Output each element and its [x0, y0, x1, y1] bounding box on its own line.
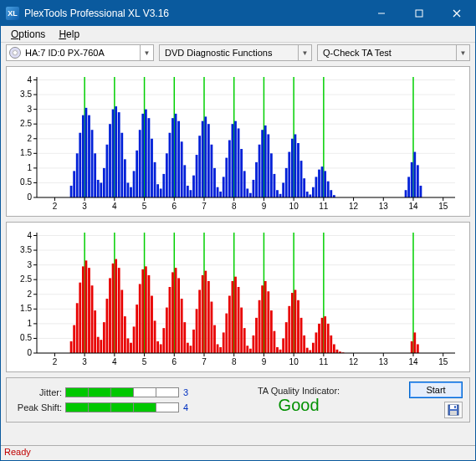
svg-rect-116 [211, 145, 213, 197]
svg-rect-293 [255, 318, 258, 353]
svg-rect-73 [82, 115, 84, 197]
svg-rect-242 [103, 322, 105, 353]
svg-rect-110 [192, 176, 195, 197]
svg-rect-283 [225, 314, 228, 353]
svg-rect-273 [196, 309, 198, 353]
maximize-button[interactable] [400, 1, 438, 26]
svg-rect-272 [192, 330, 195, 353]
svg-rect-286 [234, 277, 237, 353]
save-button[interactable] [444, 402, 463, 418]
svg-text:11: 11 [319, 357, 329, 366]
svg-rect-252 [133, 326, 136, 353]
svg-text:1.5: 1.5 [20, 304, 32, 313]
peakshift-label: Peak Shift: [13, 402, 62, 412]
svg-text:2.5: 2.5 [20, 119, 32, 128]
svg-rect-247 [118, 268, 120, 353]
svg-rect-126 [240, 149, 243, 197]
jitter-value: 3 [183, 387, 188, 397]
svg-rect-306 [294, 289, 297, 353]
svg-rect-236 [85, 260, 88, 353]
svg-rect-231 [70, 341, 73, 353]
menu-options[interactable]: Options [4, 27, 52, 42]
svg-text:6: 6 [172, 202, 177, 211]
svg-rect-331 [450, 411, 457, 415]
svg-text:2: 2 [27, 289, 32, 299]
svg-rect-91 [136, 151, 138, 197]
svg-rect-103 [171, 118, 174, 197]
results-panel: Jitter: 3 Peak Shift: 4 TA Quality Indic… [6, 377, 470, 423]
chart-lower-box: 00.511.522.533.5423456789101112131415 [6, 222, 470, 372]
svg-rect-243 [106, 299, 109, 353]
svg-rect-290 [246, 346, 248, 353]
function-category-select[interactable]: DVD Diagnostic Functions ▼ [159, 44, 312, 61]
svg-rect-299 [274, 331, 276, 353]
peakshift-value: 4 [183, 402, 188, 412]
peakshift-bar [65, 402, 178, 412]
function-category-label: DVD Diagnostic Functions [165, 48, 298, 58]
app-icon: XL [6, 7, 19, 20]
svg-rect-268 [181, 299, 183, 353]
svg-rect-292 [253, 336, 255, 353]
close-button[interactable] [438, 1, 475, 26]
svg-rect-298 [270, 310, 273, 353]
svg-rect-301 [279, 350, 282, 353]
segment [133, 402, 156, 412]
svg-rect-113 [202, 121, 204, 197]
svg-rect-234 [79, 283, 81, 353]
svg-rect-238 [91, 285, 94, 353]
svg-text:6: 6 [172, 357, 177, 366]
svg-text:13: 13 [379, 202, 389, 211]
svg-text:3: 3 [82, 357, 87, 366]
svg-rect-104 [175, 114, 177, 197]
device-select[interactable]: HA:7 ID:0 PX-760A ▼ [6, 44, 154, 61]
svg-rect-317 [327, 324, 330, 353]
svg-rect-253 [136, 305, 138, 353]
svg-rect-271 [190, 346, 192, 353]
svg-rect-154 [324, 171, 326, 197]
svg-rect-255 [141, 269, 144, 353]
svg-text:10: 10 [289, 202, 299, 211]
svg-rect-109 [190, 190, 192, 197]
svg-text:12: 12 [349, 202, 359, 211]
svg-rect-147 [303, 178, 305, 197]
svg-text:2: 2 [27, 134, 32, 143]
svg-rect-274 [198, 289, 201, 353]
quality-label: TA Quality Indicator: [258, 386, 340, 396]
window-title: PlexTools Professional XL V3.16 [24, 8, 362, 19]
svg-rect-296 [264, 281, 267, 353]
svg-rect-130 [253, 180, 255, 197]
jitter-row: Jitter: 3 [13, 387, 188, 397]
svg-rect-89 [130, 187, 132, 197]
status-text: Ready [4, 447, 31, 457]
svg-rect-115 [207, 124, 210, 197]
svg-rect-263 [166, 308, 168, 353]
svg-text:4: 4 [112, 357, 117, 366]
svg-rect-81 [106, 145, 109, 197]
svg-rect-319 [333, 344, 335, 353]
chart-upper-box: 00.511.522.533.5423456789101112131415 [6, 66, 470, 217]
svg-rect-138 [276, 190, 279, 197]
svg-text:15: 15 [438, 357, 448, 366]
svg-rect-87 [124, 159, 126, 197]
svg-rect-95 [148, 118, 151, 197]
chevron-down-icon: ▼ [298, 45, 311, 60]
menubar: Options Help [1, 26, 475, 43]
svg-rect-76 [91, 130, 94, 197]
jitter-bar [65, 387, 178, 397]
menu-help[interactable]: Help [52, 27, 86, 42]
svg-text:2.5: 2.5 [20, 274, 32, 284]
svg-rect-75 [88, 115, 90, 197]
svg-rect-289 [243, 328, 246, 353]
minimize-button[interactable] [362, 1, 400, 26]
svg-text:3.5: 3.5 [20, 245, 32, 254]
segment [133, 387, 156, 397]
svg-text:9: 9 [262, 202, 267, 211]
svg-rect-285 [232, 281, 234, 353]
svg-rect-140 [282, 182, 284, 197]
svg-rect-114 [204, 116, 207, 197]
test-select[interactable]: Q-Check TA Test ▼ [317, 44, 470, 61]
svg-rect-160 [411, 162, 413, 197]
svg-rect-258 [151, 296, 153, 353]
toolbar: HA:7 ID:0 PX-760A ▼ DVD Diagnostic Funct… [1, 43, 475, 63]
start-button[interactable]: Start [409, 382, 463, 398]
